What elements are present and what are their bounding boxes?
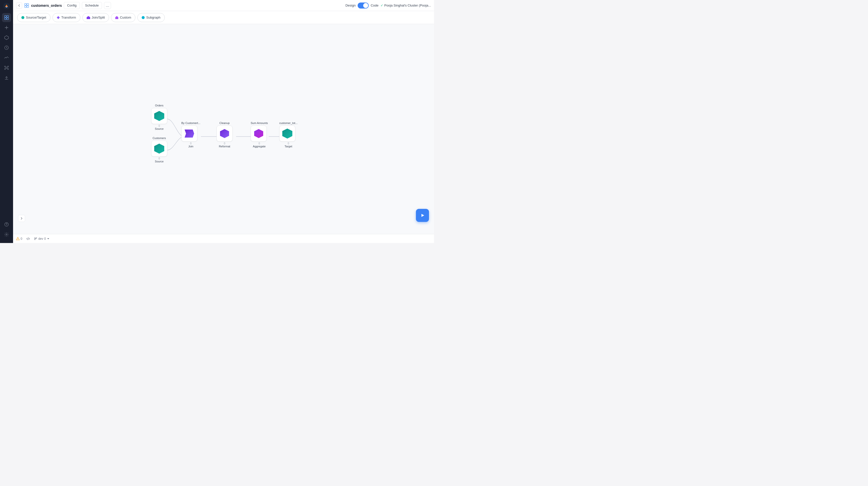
schedule-button[interactable]: Schedule [82,2,102,9]
sidebar-item-monitor[interactable] [2,53,11,62]
transform-icon [57,16,60,19]
sidebar-item-add[interactable] [2,23,11,32]
sidebar-item-history[interactable] [2,43,11,52]
cluster-info: ✓ Pooja Singhal's Cluster (Pooja... [380,3,431,7]
join-node[interactable] [181,126,197,141]
aggregate-top-label: Sum Amounts [251,122,268,125]
subgraph-button[interactable]: Subgraph [137,13,164,22]
branch-name: dev [38,237,43,240]
svg-rect-18 [27,6,29,7]
config-button[interactable]: Config [64,2,80,9]
svg-point-14 [6,234,7,235]
sidebar-item-clusters[interactable] [2,63,11,72]
target-node-group: customer_tot... 0 Target [279,122,298,148]
source-target-icon [21,16,24,19]
toolbar: Source/Target Transform Join/Split Custo… [13,11,434,24]
orders-node-group: Orders 0 Source [151,104,167,130]
sidebar-item-settings[interactable] [2,230,11,239]
reformat-icon [220,129,229,138]
svg-rect-15 [25,3,26,5]
svg-rect-3 [7,15,8,17]
svg-point-1 [6,6,7,8]
reformat-node-group: Cleanup 0 Reformat [217,122,232,148]
branch-item[interactable]: dev 0 [34,237,50,240]
design-code-toggle: Design Code [345,2,378,8]
aggregate-node-group: Sum Amounts 0 Aggregate [251,122,268,148]
orders-node[interactable] [151,108,167,124]
svg-rect-5 [7,18,8,20]
customers-label: Customers [151,136,167,139]
reformat-top-label: Cleanup [217,122,232,125]
svg-rect-17 [25,6,26,7]
more-options-button[interactable]: ... [104,2,111,9]
svg-point-13 [6,225,7,226]
svg-rect-4 [4,18,6,20]
pipeline-canvas[interactable]: Orders 0 Source Customers 0 Source By Cu… [13,24,434,234]
aggregate-counter: 0 [251,142,268,145]
join-counter: 0 [181,142,200,145]
reformat-node[interactable] [217,126,232,141]
app-logo[interactable] [2,2,10,10]
aggregate-icon [254,129,263,138]
cluster-check-icon: ✓ [380,3,383,7]
target-top-label: customer_tot... [279,122,298,125]
code-item[interactable] [26,237,30,240]
target-counter: 0 [279,142,298,145]
panel-toggle-button[interactable] [18,215,25,222]
subgraph-icon [142,16,145,19]
pipeline-name: customers_orders [31,3,62,7]
svg-point-8 [4,66,5,67]
svg-rect-2 [4,15,6,17]
collapse-sidebar-button[interactable] [16,2,22,8]
svg-point-19 [18,239,18,239]
svg-point-11 [7,68,8,69]
join-sublabel: Join [181,145,200,148]
custom-button[interactable]: Custom [111,13,135,22]
transform-button[interactable]: Transform [53,13,81,22]
join-top-label: By Customert... [181,122,200,125]
source-target-button[interactable]: Source/Target [17,13,51,22]
svg-rect-16 [27,3,29,5]
svg-point-10 [4,68,5,69]
reformat-counter: 0 [217,142,232,145]
sidebar-item-pipelines[interactable] [2,13,11,22]
code-label: Code [371,3,378,7]
reformat-sublabel: Reformat [217,145,232,148]
branch-count: 0 [44,237,46,240]
customers-icon [154,143,164,154]
target-node[interactable] [279,126,296,141]
customers-node[interactable] [151,140,167,157]
svg-point-9 [7,66,8,67]
customers-counter: 0 [151,157,167,160]
join-split-button[interactable]: Join/Split [82,13,109,22]
warning-count: 0 [21,237,22,240]
run-pipeline-button[interactable] [416,209,429,222]
orders-label: Orders [151,104,167,107]
customers-sublabel: Source [151,160,167,163]
warnings-item[interactable]: 0 [16,237,22,240]
customers-node-group: Customers 0 Source [151,136,167,163]
aggregate-node[interactable] [251,126,267,141]
target-sublabel: Target [279,145,298,148]
header: customers_orders Config Schedule ... Des… [13,0,434,11]
design-label: Design [345,3,355,7]
orders-icon [154,111,164,121]
orders-sublabel: Source [151,127,167,130]
join-icon [185,130,194,137]
join-node-group: By Customert... 0 Join [181,122,200,148]
sidebar-item-help[interactable] [2,220,11,229]
orders-counter: 0 [151,125,167,127]
svg-point-7 [6,67,7,68]
cluster-name: Pooja Singhal's Cluster (Pooja... [384,3,431,7]
sidebar-item-marketplace[interactable] [2,33,11,42]
pipeline-icon [24,3,29,8]
bottom-bar: 0 dev 0 [13,234,434,243]
custom-icon [115,16,118,19]
toggle-knob [363,3,368,8]
sidebar-item-deploy[interactable] [2,73,11,82]
sidebar [0,0,13,243]
main-area: customers_orders Config Schedule ... Des… [13,0,434,243]
aggregate-sublabel: Aggregate [251,145,268,148]
toggle-switch[interactable] [358,2,369,8]
join-split-icon [87,16,90,19]
